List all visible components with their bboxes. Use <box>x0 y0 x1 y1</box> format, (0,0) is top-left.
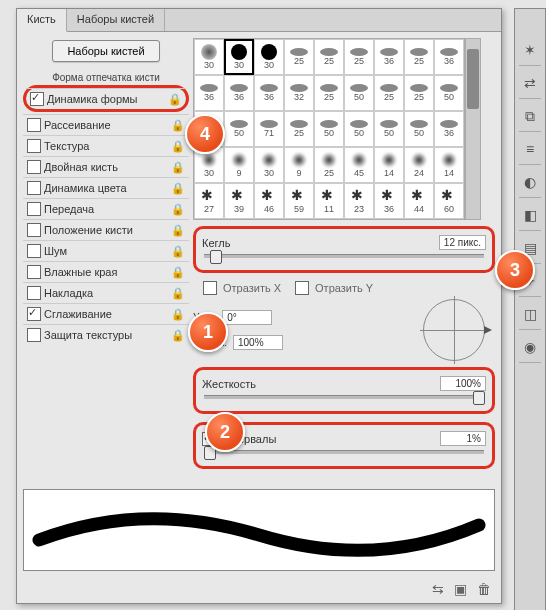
brush-cell[interactable]: ✱27 <box>194 183 224 219</box>
option-6[interactable]: Положение кисти🔒 <box>23 219 189 240</box>
brush-cell[interactable]: ✱46 <box>254 183 284 219</box>
brush-cell[interactable]: 30 <box>194 39 224 75</box>
angle-widget[interactable] <box>423 299 485 361</box>
swap-icon[interactable]: ⇄ <box>519 72 541 99</box>
brush-cell[interactable]: 50 <box>374 111 404 147</box>
brush-cell[interactable]: 9 <box>224 147 254 183</box>
brush-cell[interactable]: 14 <box>434 147 464 183</box>
brush-cell[interactable]: 36 <box>434 111 464 147</box>
3d-icon[interactable]: ◫ <box>519 303 541 330</box>
brush-cell[interactable]: 71 <box>254 111 284 147</box>
option-check[interactable] <box>27 244 41 258</box>
brush-cell[interactable]: 50 <box>434 75 464 111</box>
option-check[interactable] <box>27 328 41 342</box>
option-8[interactable]: Влажные края🔒 <box>23 261 189 282</box>
brush-cell[interactable]: 50 <box>344 111 374 147</box>
brush-cell[interactable]: ✱11 <box>314 183 344 219</box>
brush-grid[interactable]: 3030302525253625363636363225502525502550… <box>193 38 465 220</box>
brush-cell[interactable]: 25 <box>314 147 344 183</box>
size-slider[interactable] <box>204 254 484 258</box>
brush-cell[interactable]: 25 <box>344 39 374 75</box>
brush-cell[interactable]: 36 <box>374 39 404 75</box>
menu-icon[interactable]: ≡ <box>519 138 541 165</box>
brush-cell[interactable]: 30 <box>224 39 254 75</box>
option-check[interactable] <box>27 160 41 174</box>
tab-presets[interactable]: Наборы кистей <box>67 9 165 31</box>
brush-cell[interactable]: 30 <box>254 39 284 75</box>
flip-y[interactable]: Отразить Y <box>295 281 373 295</box>
brush-cell[interactable]: 36 <box>254 75 284 111</box>
brush-cell[interactable]: 24 <box>404 147 434 183</box>
brush-cell[interactable]: 50 <box>404 111 434 147</box>
option-check[interactable] <box>27 223 41 237</box>
option-check[interactable] <box>27 118 41 132</box>
color-icon[interactable]: ◧ <box>519 204 541 231</box>
option-check[interactable] <box>30 92 44 106</box>
option-check[interactable] <box>27 202 41 216</box>
brush-cell[interactable]: 25 <box>404 39 434 75</box>
brush-cell[interactable]: 32 <box>284 75 314 111</box>
toggle-preview-icon[interactable]: ⇆ <box>432 581 444 597</box>
brush-cell[interactable]: ✱60 <box>434 183 464 219</box>
spacing-value[interactable]: 1% <box>440 431 486 446</box>
brush-cell[interactable]: ✱39 <box>224 183 254 219</box>
brush-cell[interactable]: 50 <box>314 111 344 147</box>
brush-cell[interactable]: 25 <box>314 75 344 111</box>
clone-icon[interactable]: ⧉ <box>519 105 541 132</box>
brush-cell[interactable]: ✱59 <box>284 183 314 219</box>
option-label: Динамика формы <box>47 93 137 105</box>
brush-cell[interactable]: ✱44 <box>404 183 434 219</box>
option-check[interactable] <box>27 265 41 279</box>
option-10[interactable]: Сглаживание🔒 <box>23 303 189 324</box>
hardness-value[interactable]: 100% <box>440 376 486 391</box>
option-check[interactable] <box>27 181 41 195</box>
option-check[interactable] <box>27 139 41 153</box>
brush-cell[interactable]: ✱36 <box>374 183 404 219</box>
tab-brush[interactable]: Кисть <box>17 9 67 32</box>
brush-cell[interactable]: 50 <box>344 75 374 111</box>
hardness-block: Жесткость 100% <box>193 367 495 414</box>
trash-icon[interactable]: 🗑 <box>477 581 491 597</box>
option-label: Текстура <box>44 140 89 152</box>
shape-value[interactable]: 100% <box>233 335 283 350</box>
option-9[interactable]: Накладка🔒 <box>23 282 189 303</box>
brush-cell[interactable]: 25 <box>314 39 344 75</box>
brush-cell[interactable]: 36 <box>434 39 464 75</box>
adjust-icon[interactable]: ◉ <box>519 336 541 363</box>
hardness-slider[interactable] <box>204 395 484 399</box>
brush-cell[interactable]: 45 <box>344 147 374 183</box>
brush-cell[interactable]: 14 <box>374 147 404 183</box>
option-0[interactable]: Динамика формы🔒 <box>26 88 186 109</box>
brush-cell[interactable]: 25 <box>404 75 434 111</box>
brush-cell[interactable]: 30 <box>254 147 284 183</box>
brush-cell[interactable]: 25 <box>374 75 404 111</box>
option-check[interactable] <box>27 286 41 300</box>
brush-cell[interactable]: 50 <box>224 111 254 147</box>
brush-cell[interactable]: 36 <box>224 75 254 111</box>
info-icon[interactable]: ◐ <box>519 171 541 198</box>
flip-x[interactable]: Отразить X <box>203 281 281 295</box>
option-4[interactable]: Динамика цвета🔒 <box>23 177 189 198</box>
angle-value[interactable]: 0° <box>222 310 272 325</box>
option-3[interactable]: Двойная кисть🔒 <box>23 156 189 177</box>
brush-grid-scrollbar[interactable] <box>465 38 481 220</box>
option-2[interactable]: Текстура🔒 <box>23 135 189 156</box>
lock-icon: 🔒 <box>171 182 185 195</box>
brush-cell[interactable]: 9 <box>284 147 314 183</box>
brush-cell[interactable]: 25 <box>284 111 314 147</box>
option-11[interactable]: Защита текстуры🔒 <box>23 324 189 345</box>
new-preset-icon[interactable]: ▣ <box>454 581 467 597</box>
presets-button[interactable]: Наборы кистей <box>52 40 159 62</box>
option-check[interactable] <box>27 307 41 321</box>
brushes-icon[interactable]: ✶ <box>519 39 541 66</box>
size-value[interactable]: 12 пикс. <box>439 235 486 250</box>
spacing-slider[interactable] <box>204 450 484 454</box>
option-5[interactable]: Передача🔒 <box>23 198 189 219</box>
option-7[interactable]: Шум🔒 <box>23 240 189 261</box>
option-1[interactable]: Рассеивание🔒 <box>23 114 189 135</box>
brush-cell[interactable]: ✱23 <box>344 183 374 219</box>
size-label: Кегль <box>202 237 230 249</box>
brush-cell[interactable]: 25 <box>284 39 314 75</box>
brush-cell[interactable]: 36 <box>194 75 224 111</box>
tip-shape-header: Форма отпечатка кисти <box>23 70 189 85</box>
